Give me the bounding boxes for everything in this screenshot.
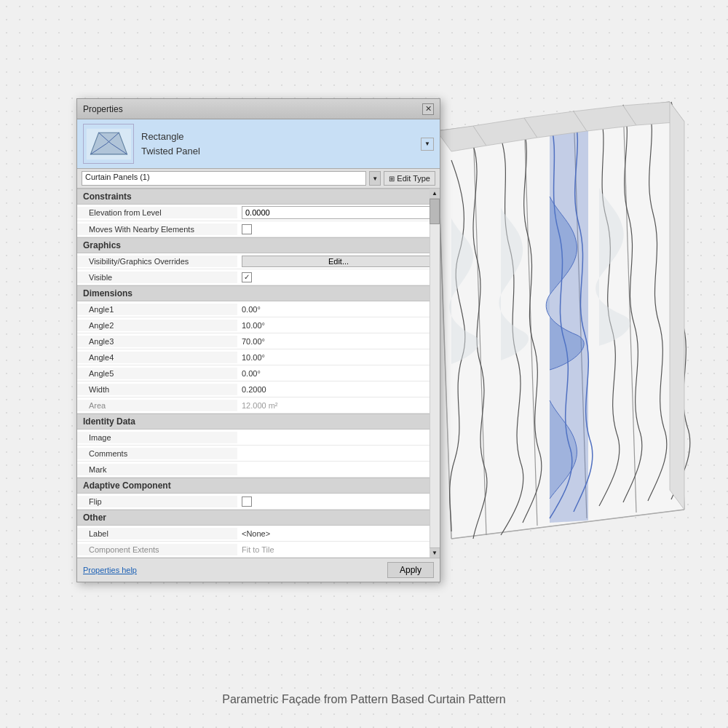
prop-value[interactable] [237, 205, 440, 221]
prop-label: Mark [77, 464, 237, 475]
prop-angle3: Angle3 70.00° [77, 333, 440, 349]
dialog-titlebar: Properties ✕ [77, 99, 440, 119]
prop-value: 0.00° [237, 304, 440, 315]
visibility-edit-button[interactable]: Edit... [242, 256, 435, 267]
elevation-input[interactable] [242, 206, 435, 219]
scroll-down-button[interactable]: ▼ [430, 547, 440, 558]
prop-label: Image [77, 432, 237, 443]
prop-label: Visibility/Graphics Overrides [77, 256, 237, 267]
section-identity-data: Identity Data « [77, 414, 440, 430]
prop-label: Angle2 [77, 320, 237, 331]
instance-selector[interactable]: Curtain Panels (1) [82, 171, 366, 186]
edit-type-icon: ⊞ [389, 175, 395, 183]
prop-value: Fit to Tile [237, 544, 440, 555]
prop-label: Angle5 [77, 368, 237, 379]
prop-label: Angle1 [77, 304, 237, 315]
prop-label: Label [77, 528, 237, 539]
prop-image: Image [77, 430, 440, 446]
dialog-title: Properties [83, 104, 123, 114]
page-caption: Parametric Façade from Pattern Based Cur… [0, 693, 728, 706]
prop-label: Area [77, 400, 237, 411]
prop-value: 0.00° [237, 368, 440, 379]
prop-label: Comments [77, 448, 237, 459]
prop-label: Visible [77, 272, 237, 283]
prop-label: Width [77, 384, 237, 395]
prop-angle1: Angle1 0.00° [77, 301, 440, 317]
prop-label: Angle3 [77, 336, 237, 347]
prop-flip: Flip [77, 494, 440, 510]
type-header: Rectangle Twisted Panel ▼ [77, 119, 440, 169]
prop-value: 70.00° [237, 336, 440, 347]
section-constraints: Constraints « [77, 189, 440, 205]
prop-value: <None> [237, 528, 440, 539]
properties-content: Constraints « Elevation from Level Moves… [77, 189, 440, 558]
instance-row: Curtain Panels (1) ▼ ⊞ Edit Type [77, 169, 440, 189]
prop-value [237, 468, 440, 471]
section-other: Other « [77, 510, 440, 526]
prop-label-field: Label <None> [77, 526, 440, 542]
type-name: Rectangle Twisted Panel [141, 130, 414, 158]
section-adaptive-component: Adaptive Component « [77, 478, 440, 494]
prop-elevation-from-level: Elevation from Level [77, 205, 440, 221]
properties-help-link[interactable]: Properties help [83, 566, 137, 574]
prop-mark: Mark [77, 462, 440, 478]
prop-component-extents: Component Extents Fit to Tile [77, 542, 440, 558]
prop-moves-with-nearby: Moves With Nearby Elements [77, 221, 440, 237]
instance-dropdown-arrow[interactable]: ▼ [369, 171, 381, 186]
section-dimensions: Dimensions « [77, 285, 440, 301]
scrollbar-track[interactable]: ▲ ▼ [430, 189, 440, 558]
prop-angle4: Angle4 10.00° [77, 349, 440, 365]
visible-checkbox[interactable]: ✓ [242, 272, 252, 282]
edit-type-button[interactable]: ⊞ Edit Type [384, 171, 435, 186]
prop-value: 0.2000 [237, 384, 440, 395]
prop-value: ✓ [237, 271, 440, 284]
prop-width: Width 0.2000 [77, 381, 440, 397]
prop-label: Moves With Nearby Elements [77, 223, 237, 235]
properties-dialog: Properties ✕ Rectangle T [76, 98, 440, 582]
apply-button[interactable]: Apply [387, 562, 434, 578]
prop-angle5: Angle5 0.00° [77, 365, 440, 381]
dialog-footer: Properties help Apply [77, 558, 440, 582]
prop-value [237, 452, 440, 455]
prop-angle2: Angle2 10.00° [77, 317, 440, 333]
prop-visible: Visible ✓ [77, 269, 440, 285]
close-button[interactable]: ✕ [422, 103, 434, 115]
prop-value [237, 223, 440, 236]
type-thumbnail [83, 124, 134, 164]
flip-checkbox[interactable] [242, 496, 252, 507]
moves-with-checkbox[interactable] [242, 224, 252, 234]
type-dropdown-button[interactable]: ▼ [421, 138, 434, 151]
prop-label: Component Extents [77, 544, 237, 555]
prop-comments: Comments [77, 446, 440, 462]
prop-area: Area 12.000 m² [77, 397, 440, 414]
prop-label: Flip [77, 496, 237, 507]
scrollbar-thumb[interactable] [430, 199, 440, 224]
prop-value [237, 436, 440, 439]
prop-value[interactable]: Edit... [237, 254, 440, 269]
scroll-up-button[interactable]: ▲ [430, 189, 440, 199]
prop-value: 10.00° [237, 320, 440, 331]
prop-value: 12.000 m² [237, 400, 440, 411]
prop-visibility-graphics: Visibility/Graphics Overrides Edit... [77, 253, 440, 269]
prop-value [237, 495, 440, 508]
prop-label: Angle4 [77, 352, 237, 363]
section-graphics: Graphics « [77, 237, 440, 253]
prop-value: 10.00° [237, 352, 440, 363]
prop-label: Elevation from Level [77, 207, 237, 218]
svg-marker-14 [670, 102, 684, 510]
